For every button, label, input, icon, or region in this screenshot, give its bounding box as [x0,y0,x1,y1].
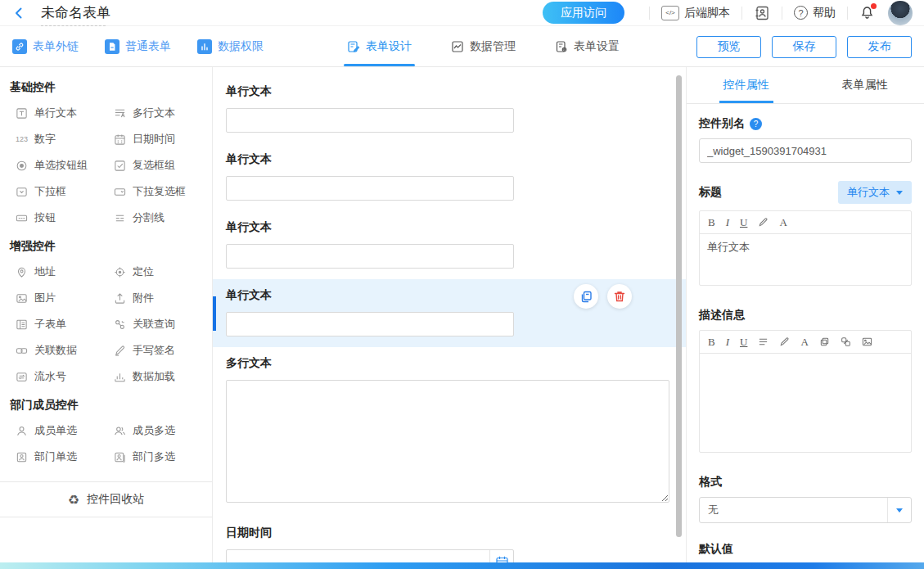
canvas-field-single-text-3[interactable]: 单行文本 [213,211,686,279]
align-button[interactable] [758,336,768,347]
widget-dept-single[interactable]: 部门单选 [15,444,113,470]
widget-member-multi[interactable]: 成员多选 [113,418,208,444]
widget-multi-select[interactable]: 下拉复选框 [113,178,208,205]
font-color-button[interactable]: A [800,336,808,347]
widget-recycle-bin[interactable]: ♻ 控件回收站 [0,481,212,517]
underline-button[interactable]: U [740,336,747,347]
widget-button[interactable]: 按钮 [15,205,113,231]
widget-location[interactable]: 定位 [113,259,208,285]
font-color-button[interactable]: A [779,217,787,228]
alias-help-icon[interactable]: ? [750,118,762,130]
alias-label-row: 控件别名 ? [699,115,912,132]
tab-widget-properties[interactable]: 控件属性 [687,67,805,103]
title-type-dropdown[interactable]: 单行文本 [838,181,912,204]
copy-field-button[interactable] [574,284,598,309]
help-button[interactable]: ? 帮助 [794,6,836,20]
field-input[interactable] [226,176,514,201]
canvas-field-datetime[interactable]: 日期时间 [213,517,686,569]
widget-label: 单选按钮组 [34,158,88,173]
description-editor-toolbar: B I U A [700,331,911,354]
data-permission-button[interactable]: 数据权限 [197,39,264,54]
image-button[interactable] [862,336,872,347]
widget-signature[interactable]: 手写签名 [113,337,208,364]
normal-form-button[interactable]: 普通表单 [105,39,171,54]
back-button[interactable] [11,6,26,20]
canvas-field-single-text-2[interactable]: 单行文本 [213,143,686,211]
italic-button[interactable]: I [726,217,729,228]
widget-member-single[interactable]: 成员单选 [15,418,113,444]
tab-form-settings[interactable]: 表单设置 [555,27,620,66]
field-input[interactable] [226,108,514,133]
widget-label: 关联查询 [133,317,175,332]
tab-data-manage[interactable]: 数据管理 [451,27,516,66]
target-icon [113,266,127,278]
canvas-scrollbar[interactable] [676,75,682,537]
pen-button[interactable] [779,336,790,347]
tab-data-manage-label: 数据管理 [470,39,516,54]
person-icon [15,425,29,437]
widget-dept-multi[interactable]: 部门多选 [113,444,208,470]
widget-linked-data[interactable]: 关联数据 [15,337,113,364]
pen-button[interactable] [758,217,768,228]
widget-radio-group[interactable]: 单选按钮组 [15,152,113,178]
form-title-wrap[interactable]: 未命名表单 [41,3,110,22]
link-icon [12,39,27,54]
widget-checkbox-group[interactable]: 复选框组 [113,152,208,178]
publish-button[interactable]: 发布 [847,36,912,58]
widget-datetime[interactable]: 日期时间 [113,126,208,152]
widget-label: 子表单 [34,317,66,332]
section-member-widgets: 部门成员控件 成员单选 成员多选 部门单选 [0,396,212,470]
field-input[interactable] [226,312,514,336]
widget-data-load[interactable]: 数据加载 [113,364,208,390]
form-design-icon [347,40,360,53]
avatar[interactable] [888,1,913,25]
widget-linked-query[interactable]: 关联查询 [113,311,208,337]
backend-script-label: 后端脚本 [684,6,730,20]
code-icon: </> [661,6,679,20]
widget-single-line-text[interactable]: 单行文本 [15,100,113,126]
help-label: 帮助 [813,6,836,20]
widget-attachment[interactable]: 附件 [113,285,208,311]
save-button[interactable]: 保存 [772,36,836,58]
app-access-button[interactable]: 应用访问 [543,2,624,24]
field-input[interactable] [226,244,514,269]
form-external-link-button[interactable]: 表单外链 [12,39,79,54]
canvas-field-single-text-1[interactable]: 单行文本 [213,75,686,143]
clone-button[interactable] [819,336,830,347]
link-button[interactable] [841,336,851,347]
tab-form-properties[interactable]: 表单属性 [805,67,924,103]
widget-serial-number[interactable]: 流水号 [15,364,113,390]
widget-label: 下拉框 [34,184,66,199]
backend-script-button[interactable]: </> 后端脚本 [661,6,730,20]
bold-button[interactable]: B [708,217,715,228]
widget-image[interactable]: 图片 [15,285,113,311]
recycle-icon: ♻ [68,492,79,508]
bold-button[interactable]: B [708,336,715,347]
italic-button[interactable]: I [726,336,729,347]
widget-select[interactable]: 下拉框 [15,178,113,205]
widget-address[interactable]: 地址 [15,259,113,285]
form-title[interactable]: 未命名表单 [41,5,110,20]
widget-number[interactable]: 123 数字 [15,126,113,152]
field-textarea[interactable] [226,380,669,503]
preview-button[interactable]: 预览 [696,36,761,58]
description-editor-content[interactable] [700,354,911,452]
notifications-button[interactable] [859,5,875,20]
canvas-field-multiline-text[interactable]: 多行文本 [213,347,686,517]
delete-field-button[interactable] [607,284,632,309]
canvas-field-single-text-4-selected[interactable]: 单行文本 [213,279,686,347]
title-editor-content[interactable]: 单行文本 [700,234,911,285]
format-select[interactable]: 无 [699,497,912,523]
title-editor-toolbar: B I U A [700,211,911,234]
serial-icon [15,371,29,383]
alias-input[interactable] [699,138,912,163]
tab-form-design[interactable]: 表单设计 [347,27,412,66]
address-book-button[interactable] [754,5,770,21]
underline-button[interactable]: U [740,217,747,228]
widget-multi-line-text[interactable]: 多行文本 [113,100,208,126]
tab-form-design-label: 表单设计 [366,39,412,54]
widget-divider[interactable]: 分割线 [113,205,208,231]
widget-subform[interactable]: 子表单 [15,311,113,337]
format-select-arrow [887,498,911,522]
action-buttons: 预览 保存 发布 [696,36,912,58]
